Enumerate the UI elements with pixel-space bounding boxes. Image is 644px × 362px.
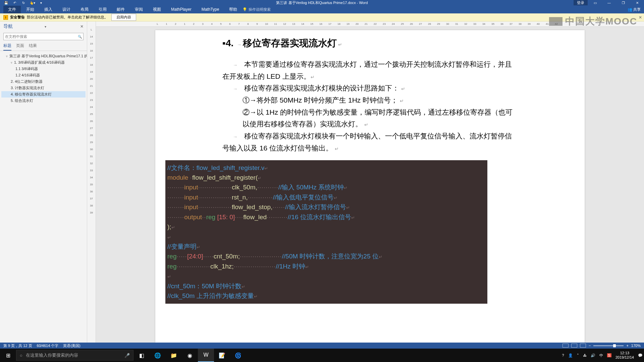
tree-item-1-2[interactable]: 1.2 4/16译码器: [1, 72, 86, 78]
tray-clock[interactable]: 12:13 2019/12/14: [615, 351, 634, 360]
tree-item-1[interactable]: ▿1. 3/8译码器扩展成 4/16译码器: [1, 59, 86, 66]
web-layout-icon[interactable]: [580, 344, 586, 348]
share-button[interactable]: 👥 共享: [628, 7, 641, 12]
navigation-pane: 导航 ▾ ✕ 在文档中搜索 标题 页面 结果 ▿第三讲 基于Verilog HD…: [0, 21, 87, 343]
windows-taskbar: ⊞ ○ 在这里输入你要搜索的内容 🎤 ◧ 🌐 📁 ◉ W 📝 🌀 ? 👤 ˄ 🖧…: [0, 349, 644, 362]
status-page[interactable]: 第 9 页，共 12 页: [3, 343, 32, 348]
taskbar-search-placeholder: 在这里输入你要搜索的内容: [26, 352, 78, 358]
tree-item-3[interactable]: 3. 计数器实现流水灯: [1, 85, 86, 91]
warning-icon: !: [3, 15, 8, 20]
tab-view[interactable]: 视图: [148, 6, 166, 13]
security-warning-bar: ! 安全警告 部分活动内容已被禁用。单击此处了解详细信息。 启用内容 ✕: [0, 13, 644, 21]
undo-icon[interactable]: ↶: [11, 0, 18, 5]
tab-review[interactable]: 审阅: [130, 6, 148, 13]
code-block: //文件名：flow_led_shift_register.v↵ module …: [165, 160, 487, 304]
tab-file[interactable]: 文件: [3, 6, 21, 13]
ribbon-tabs: 文件 开始 插入 设计 布局 引用 邮件 审阅 视图 MathPlayer Ma…: [0, 5, 644, 13]
maximize-icon[interactable]: ❐: [616, 0, 630, 5]
nav-tree: ▿第三讲 基于Verilog HDL和Quartus Prime17.1 的..…: [0, 51, 87, 106]
nav-tab-headings[interactable]: 标题: [3, 43, 11, 51]
tray-people-icon[interactable]: 👤: [568, 353, 573, 358]
security-label: 安全警告: [10, 15, 25, 20]
lightbulb-icon: 💡: [243, 7, 247, 12]
task-view-icon[interactable]: ◧: [133, 349, 150, 362]
tree-root[interactable]: ▿第三讲 基于Verilog HDL和Quartus Prime17.1 的..…: [1, 53, 86, 59]
tab-help[interactable]: 帮助: [224, 6, 242, 13]
taskbar-explorer[interactable]: 📁: [166, 349, 182, 362]
page-viewport[interactable]: ▪4.移位寄存器实现流水灯 → 本节需要通过移位寄存器实现流水灯，通过一个拨动开…: [96, 27, 644, 343]
body-paragraphs: → 本节需要通过移位寄存器实现流水灯，通过一个拨动开关控制流水灯暂停和运行，并且…: [222, 58, 518, 154]
taskbar-app-3[interactable]: 🌀: [230, 349, 246, 362]
taskbar-search[interactable]: ○ 在这里输入你要搜索的内容 🎤: [16, 350, 133, 361]
tray-network-icon[interactable]: 🖧: [583, 353, 587, 357]
zoom-level[interactable]: 170%: [631, 344, 641, 348]
tray-notifications-icon[interactable]: 💬: [638, 353, 643, 358]
minimize-icon[interactable]: —: [602, 0, 616, 5]
nav-title: 导航: [3, 23, 13, 29]
tab-mathtype[interactable]: MathType: [197, 6, 224, 13]
nav-tab-pages[interactable]: 页面: [16, 43, 24, 51]
document-title: 第三讲 基于Verilog HDL和Quartus Prime17.docx -…: [276, 0, 368, 5]
document-page: ▪4.移位寄存器实现流水灯 → 本节需要通过移位寄存器实现流水灯，通过一个拨动开…: [155, 30, 585, 343]
tab-references[interactable]: 引用: [94, 6, 111, 13]
search-icon[interactable]: [78, 35, 82, 39]
zoom-slider[interactable]: [593, 345, 624, 346]
nav-close-icon[interactable]: ✕: [80, 24, 84, 29]
window-titlebar: 💾 ↶ ↻ 👆▾ ▾ 第三讲 基于Verilog HDL和Quartus Pri…: [0, 0, 644, 5]
redo-icon[interactable]: ↻: [20, 0, 27, 5]
cortana-icon: ○: [20, 353, 22, 358]
heading-4: ▪4.移位寄存器实现流水灯: [222, 37, 518, 50]
close-bar-icon[interactable]: ✕: [639, 15, 642, 20]
tab-mailings[interactable]: 邮件: [112, 6, 129, 13]
tab-design[interactable]: 设计: [58, 6, 75, 13]
tab-mathplayer[interactable]: MathPlayer: [166, 6, 196, 13]
taskbar-browser[interactable]: 🌐: [150, 349, 166, 362]
tray-sogou-icon[interactable]: S: [607, 353, 611, 357]
save-icon[interactable]: 💾: [3, 0, 9, 5]
vertical-ruler[interactable]: L141516171819202122232425262728293031323…: [87, 21, 96, 343]
quick-access-toolbar: 💾 ↶ ↻ 👆▾ ▾: [0, 0, 44, 5]
system-tray: ? 👤 ˄ 🖧 🔊 中 S 12:13 2019/12/14 💬: [562, 351, 644, 360]
tab-home[interactable]: 开始: [21, 6, 39, 13]
read-mode-icon[interactable]: [562, 344, 569, 348]
nav-dropdown-icon[interactable]: ▾: [45, 25, 48, 28]
document-area: L141516171819202122232425262728293031323…: [87, 21, 644, 343]
print-layout-icon[interactable]: [571, 344, 577, 348]
nav-search-input[interactable]: 在文档中搜索: [3, 33, 84, 40]
tray-ime-icon[interactable]: 中: [599, 353, 603, 358]
taskbar-word[interactable]: W: [198, 349, 214, 362]
mic-icon[interactable]: 🎤: [124, 353, 130, 358]
tab-layout[interactable]: 布局: [76, 6, 93, 13]
search-placeholder: 在文档中搜索: [5, 34, 27, 39]
nav-tab-results[interactable]: 结果: [29, 43, 37, 51]
tree-item-2[interactable]: 2. 4位二进制计数器: [1, 78, 86, 85]
qat-dropdown-icon[interactable]: ▾: [38, 0, 44, 5]
close-icon[interactable]: ✕: [631, 0, 644, 5]
tab-insert[interactable]: 插入: [40, 6, 57, 13]
touch-mode-icon[interactable]: 👆▾: [29, 0, 36, 5]
horizontal-ruler[interactable]: L121234567891011121314151617181920212223…: [96, 21, 644, 27]
start-button[interactable]: ⊞: [0, 349, 16, 362]
tray-up-icon[interactable]: ˄: [577, 353, 579, 358]
enable-content-button[interactable]: 启用内容: [111, 14, 136, 21]
status-lang[interactable]: 英语(美国): [63, 343, 80, 348]
tray-volume-icon[interactable]: 🔊: [591, 353, 595, 358]
tree-item-4[interactable]: 4. 移位寄存器实现流水灯: [1, 91, 86, 98]
status-words[interactable]: 60/4614 个字: [37, 343, 59, 348]
zoom-out-icon[interactable]: −: [589, 344, 591, 348]
taskbar-app-2[interactable]: 📝: [214, 349, 230, 362]
security-message: 部分活动内容已被禁用。单击此处了解详细信息。: [27, 15, 108, 20]
status-bar: 第 9 页，共 12 页 60/4614 个字 英语(美国) − + 170%: [0, 343, 644, 349]
tray-help-icon[interactable]: ?: [562, 353, 564, 357]
tree-item-1-1[interactable]: 1.1 3/8译码器: [1, 66, 86, 72]
signin-button[interactable]: 登录: [574, 0, 588, 6]
ribbon-display-icon[interactable]: ▭: [588, 0, 602, 5]
taskbar-app-1[interactable]: ◉: [182, 349, 198, 362]
tree-item-5[interactable]: 5. 组合流水灯: [1, 98, 86, 104]
zoom-in-icon[interactable]: +: [626, 344, 628, 348]
tell-me-search[interactable]: 💡操作说明搜索: [243, 7, 271, 12]
